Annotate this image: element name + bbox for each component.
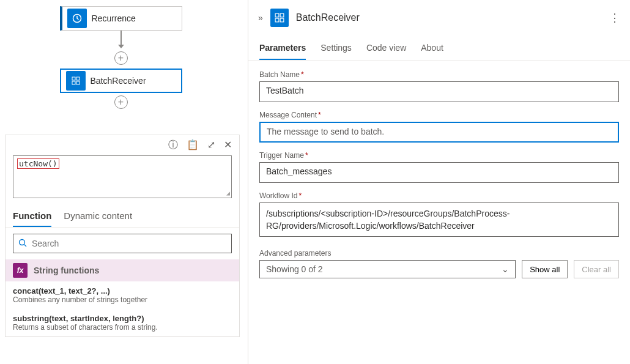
message-content-label: Message Content*	[259, 111, 619, 119]
search-input[interactable]	[32, 239, 226, 248]
more-icon[interactable]: ⋮	[609, 11, 620, 24]
svg-point-5	[20, 239, 25, 245]
node-label: Recurrence	[92, 13, 136, 23]
expression-panel: ⓘ 📋 ⤢ ✕ utcNow() ◢ Function Dynamic cont…	[5, 135, 240, 337]
info-icon[interactable]: ⓘ	[168, 139, 178, 152]
close-icon[interactable]: ✕	[224, 139, 232, 152]
connector-line	[120, 31, 122, 48]
expression-input[interactable]: utcNow() ◢	[13, 155, 232, 198]
function-item-concat[interactable]: concat(text_1, text_2?, ...) Combines an…	[6, 281, 239, 309]
clipboard-icon[interactable]: 📋	[187, 139, 199, 152]
svg-rect-4	[76, 81, 80, 84]
clear-all-button: Clear all	[574, 260, 619, 278]
tab-settings[interactable]: Settings	[321, 39, 352, 60]
tab-dynamic-content[interactable]: Dynamic content	[64, 207, 132, 227]
batch-name-input[interactable]: TestBatch	[259, 81, 619, 102]
expression-tabs: Function Dynamic content	[6, 203, 239, 228]
workflow-id-input[interactable]: /subscriptions/<subscription-ID>/resourc…	[259, 202, 619, 237]
collapse-icon[interactable]: »	[258, 13, 263, 23]
svg-rect-9	[275, 18, 279, 22]
svg-rect-3	[72, 81, 75, 84]
tab-about[interactable]: About	[421, 39, 443, 60]
flow-node-recurrence[interactable]: Recurrence	[60, 6, 182, 31]
select-value: Showing 0 of 2	[266, 264, 323, 274]
advanced-parameters-label: Advanced parameters	[259, 249, 516, 258]
expression-toolbar: ⓘ 📋 ⤢ ✕	[6, 135, 239, 155]
svg-rect-2	[76, 77, 80, 80]
svg-line-6	[24, 244, 27, 247]
show-all-button[interactable]: Show all	[522, 260, 568, 278]
detail-pane: » BatchReceiver ⋮ Parameters Settings Co…	[248, 0, 630, 364]
svg-rect-7	[275, 13, 279, 17]
detail-title: BatchReceiver	[296, 12, 609, 23]
node-label: BatchReceiver	[91, 76, 146, 86]
trigger-name-label: Trigger Name*	[259, 151, 619, 160]
function-description: Returns a subset of characters from a st…	[13, 323, 232, 332]
flow-node-batchreceiver[interactable]: BatchReceiver	[60, 69, 182, 93]
workflow-id-label: Workflow Id*	[259, 191, 619, 200]
chevron-down-icon: ⌄	[502, 264, 509, 274]
expression-code: utcNow()	[17, 158, 59, 169]
designer-canvas: Recurrence + BatchReceiver + ⓘ 📋 ⤢ ✕ utc…	[0, 0, 242, 364]
detail-tabs: Parameters Settings Code view About	[248, 33, 630, 61]
function-item-substring[interactable]: substring(text, startIndex, length?) Ret…	[6, 309, 239, 336]
tab-function[interactable]: Function	[13, 207, 51, 227]
function-title: concat(text_1, text_2?, ...)	[13, 286, 232, 295]
clock-icon	[67, 9, 87, 28]
fx-icon: fx	[13, 263, 28, 278]
tab-code-view[interactable]: Code view	[366, 39, 406, 60]
search-box[interactable]	[13, 234, 232, 253]
trigger-name-input[interactable]: Batch_messages	[259, 162, 619, 183]
category-label: String functions	[34, 266, 99, 275]
grid-icon	[270, 9, 289, 27]
message-content-input[interactable]: The message to send to batch.	[259, 122, 619, 143]
resize-handle-icon[interactable]: ◢	[226, 190, 230, 196]
svg-rect-8	[280, 13, 284, 17]
function-description: Combines any number of strings together	[13, 295, 232, 304]
add-step-button[interactable]: +	[114, 95, 128, 109]
batch-name-label: Batch Name*	[259, 70, 619, 79]
tab-parameters[interactable]: Parameters	[259, 39, 306, 60]
add-step-button[interactable]: +	[114, 51, 128, 65]
function-title: substring(text, startIndex, length?)	[13, 314, 232, 323]
svg-rect-1	[72, 77, 75, 80]
grid-icon	[66, 71, 86, 91]
advanced-parameters-select[interactable]: Showing 0 of 2 ⌄	[259, 260, 516, 278]
svg-rect-10	[280, 18, 284, 22]
category-string-functions[interactable]: fx String functions	[6, 259, 239, 281]
expand-icon[interactable]: ⤢	[207, 139, 215, 152]
search-icon	[18, 239, 27, 249]
